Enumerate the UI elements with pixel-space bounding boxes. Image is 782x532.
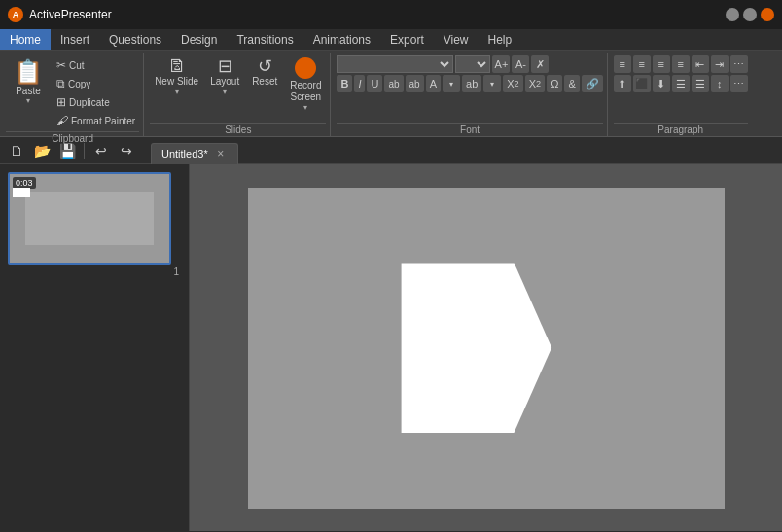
line-spacing-button[interactable]: ↕ [711, 75, 729, 92]
more-para2-button[interactable]: ⋯ [730, 75, 748, 92]
copy-button[interactable]: ⧉ Copy [53, 75, 139, 92]
layout-label: Layout [210, 76, 239, 87]
menu-design[interactable]: Design [171, 29, 227, 50]
shadow-button[interactable]: ab [406, 75, 424, 92]
valign-top-button[interactable]: ⬆ [614, 75, 631, 92]
bullets-button[interactable]: ☰ [672, 75, 690, 92]
redo-button[interactable]: ↪ [116, 140, 137, 161]
superscript-button[interactable]: X2 [525, 75, 545, 92]
slide-panel: 0:03 1 [0, 164, 190, 531]
paragraph-group: ≡ ≡ ≡ ≡ ⇤ ⇥ ⋯ ⬆ ⬛ ⬇ ☰ ☰ ↕ ⋯ Pa [610, 53, 752, 136]
format-painter-button[interactable]: 🖌 Format Painter [53, 112, 139, 129]
layout-button[interactable]: ⊟ Layout ▾ [205, 54, 244, 99]
doc-tab-close[interactable]: × [214, 147, 228, 160]
window-controls [726, 8, 774, 21]
cut-button[interactable]: ✂ Cut [53, 56, 139, 74]
duplicate-button[interactable]: ⊞ Duplicate [53, 93, 139, 111]
font-size-select[interactable] [455, 55, 490, 73]
slide-canvas[interactable] [248, 188, 725, 509]
align-left-button[interactable]: ≡ [614, 55, 631, 73]
slides-group-top: 🖺 New Slide ▾ ⊟ Layout ▾ ↺ Reset [150, 53, 326, 121]
more-para-button[interactable]: ⋯ [730, 55, 748, 73]
slides-group: 🖺 New Slide ▾ ⊟ Layout ▾ ↺ Reset [146, 53, 331, 136]
italic-button[interactable]: I [354, 75, 365, 92]
strikethrough-button[interactable]: ab [384, 75, 403, 92]
para-group-content: ≡ ≡ ≡ ≡ ⇤ ⇥ ⋯ ⬆ ⬛ ⬇ ☰ ☰ ↕ ⋯ [614, 53, 748, 121]
cut-icon: ✂ [56, 58, 66, 72]
reset-button[interactable]: ↺ Reset [246, 54, 283, 89]
menu-bar: Home Insert Questions Design Transitions… [0, 29, 782, 51]
arrow-shape[interactable] [401, 263, 551, 433]
slide-number: 1 [8, 266, 181, 277]
new-slide-button[interactable]: 🖺 New Slide ▾ [150, 54, 203, 99]
clear-format-button[interactable]: ✗ [531, 55, 549, 73]
cut-label: Cut [69, 60, 85, 71]
justify-button[interactable]: ≡ [672, 55, 690, 73]
symbol-button[interactable]: Ω [547, 75, 562, 92]
menu-questions[interactable]: Questions [99, 29, 171, 50]
duplicate-label: Duplicate [69, 97, 110, 108]
slide-thumbnail[interactable]: 0:03 [8, 172, 171, 265]
highlight-button[interactable]: ab [462, 75, 481, 92]
paste-label: Paste [16, 86, 41, 96]
highlight-dropdown[interactable]: ▾ [483, 75, 501, 92]
undo-button[interactable]: ↩ [90, 140, 112, 161]
close-button[interactable] [761, 8, 774, 21]
valign-bottom-button[interactable]: ⬇ [653, 75, 670, 92]
open-file-button[interactable]: 📂 [31, 140, 53, 161]
slides-label: Slides [150, 123, 326, 136]
record-screen-icon [295, 57, 316, 79]
canvas-area [190, 164, 782, 531]
numbering-button[interactable]: ☰ [692, 75, 709, 92]
link-button[interactable]: 🔗 [582, 75, 603, 92]
font-color-dropdown[interactable]: ▾ [443, 75, 460, 92]
quick-access-toolbar: 🗋 📂 💾 ↩ ↪ Untitled3* × [0, 137, 782, 164]
menu-view[interactable]: View [434, 29, 479, 50]
font-group-content: A+ A- ✗ B I U ab ab A ▾ ab ▾ X2 X2 [337, 53, 602, 121]
clipboard-group: 📋 Paste ▾ ✂ Cut ⧉ Copy ⊞ Duplicate [4, 53, 144, 136]
para-row2: ⬆ ⬛ ⬇ ☰ ☰ ↕ ⋯ [614, 75, 748, 92]
copy-icon: ⧉ [56, 77, 65, 90]
valign-middle-button[interactable]: ⬛ [633, 75, 651, 92]
align-right-button[interactable]: ≡ [653, 55, 670, 73]
thumb-content [25, 192, 153, 245]
underline-button[interactable]: U [367, 75, 382, 92]
new-slide-icon: 🖺 [168, 57, 186, 75]
paste-dropdown-icon: ▾ [26, 96, 30, 105]
menu-transitions[interactable]: Transitions [227, 29, 302, 50]
record-dropdown-icon: ▾ [303, 103, 307, 112]
maximize-button[interactable] [743, 8, 757, 21]
layout-dropdown-icon: ▾ [223, 88, 227, 96]
special-char-button[interactable]: & [564, 75, 579, 92]
indent-increase-button[interactable]: ⇥ [711, 55, 729, 73]
minimize-button[interactable] [726, 8, 739, 21]
record-screen-button[interactable]: Record Screen ▾ [285, 54, 326, 115]
menu-help[interactable]: Help [479, 29, 522, 50]
new-file-button[interactable]: 🗋 [6, 140, 27, 161]
subscript-button[interactable]: X2 [503, 75, 522, 92]
font-name-select[interactable] [337, 55, 453, 73]
menu-insert[interactable]: Insert [51, 29, 99, 50]
reset-label: Reset [252, 76, 277, 87]
document-tab[interactable]: Untitled3* × [151, 143, 238, 164]
font-grow-button[interactable]: A+ [492, 55, 510, 73]
layout-icon: ⊟ [218, 57, 232, 75]
paste-button[interactable]: 📋 Paste ▾ [6, 54, 51, 109]
save-button[interactable]: 💾 [56, 140, 78, 161]
align-center-button[interactable]: ≡ [633, 55, 651, 73]
clipboard-right: ✂ Cut ⧉ Copy ⊞ Duplicate 🖌 Format Painte… [53, 54, 139, 129]
font-shrink-button[interactable]: A- [512, 55, 529, 73]
title-bar: A ActivePresenter [0, 0, 782, 29]
ribbon-content: 📋 Paste ▾ ✂ Cut ⧉ Copy ⊞ Duplicate [0, 51, 782, 136]
bold-button[interactable]: B [337, 75, 352, 92]
copy-label: Copy [68, 79, 90, 89]
font-color-button[interactable]: A [426, 75, 441, 92]
ribbon: 📋 Paste ▾ ✂ Cut ⧉ Copy ⊞ Duplicate [0, 51, 782, 137]
menu-export[interactable]: Export [380, 29, 434, 50]
format-painter-label: Format Painter [71, 116, 135, 126]
indent-decrease-button[interactable]: ⇤ [692, 55, 709, 73]
menu-home[interactable]: Home [0, 29, 51, 50]
menu-animations[interactable]: Animations [303, 29, 380, 50]
qa-separator [84, 143, 85, 159]
clipboard-group-top: 📋 Paste ▾ ✂ Cut ⧉ Copy ⊞ Duplicate [6, 53, 139, 129]
